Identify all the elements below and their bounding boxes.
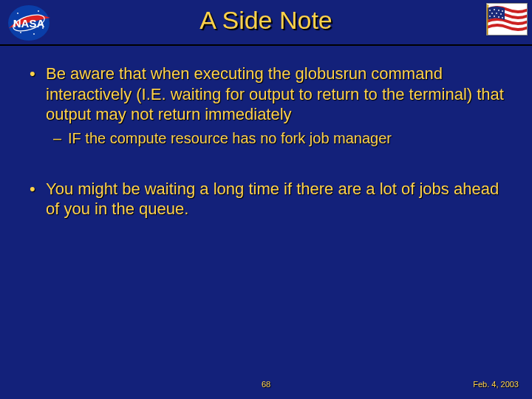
- sub-bullet-text: IF the compute resource has no fork job …: [68, 130, 392, 146]
- svg-point-4: [38, 10, 39, 12]
- slide: NASA A Side Note: [0, 0, 532, 399]
- slide-title: A Side Note: [0, 0, 532, 35]
- page-number: 68: [0, 380, 532, 389]
- svg-point-17: [498, 16, 499, 18]
- sub-bullet-list: IF the compute resource has no fork job …: [52, 129, 505, 148]
- svg-rect-19: [487, 7, 488, 35]
- svg-point-15: [489, 16, 491, 17]
- bullet-list-2: You might be waiting a long time if ther…: [27, 179, 505, 219]
- svg-point-10: [498, 10, 499, 11]
- svg-point-11: [502, 10, 503, 12]
- svg-point-20: [487, 4, 489, 7]
- bullet-text: You might be waiting a long time if ther…: [46, 180, 499, 219]
- bullet-text: Be aware that when executing the globusr…: [46, 64, 504, 123]
- svg-point-16: [494, 16, 495, 17]
- svg-point-8: [489, 10, 491, 11]
- svg-point-9: [494, 9, 495, 10]
- svg-point-7: [33, 33, 35, 35]
- svg-point-12: [491, 13, 493, 14]
- footer-date: Feb. 4, 2003: [473, 380, 519, 389]
- svg-point-5: [42, 27, 44, 29]
- bullet-item-2: You might be waiting a long time if ther…: [27, 179, 505, 219]
- slide-content: Be aware that when executing the globusr…: [0, 46, 532, 219]
- svg-point-6: [20, 32, 21, 33]
- svg-point-13: [496, 13, 497, 14]
- svg-text:NASA: NASA: [13, 17, 45, 30]
- bullet-item-1: Be aware that when executing the globusr…: [27, 64, 505, 148]
- nasa-logo: NASA: [4, 3, 53, 43]
- sub-bullet-item-1: IF the compute resource has no fork job …: [52, 129, 505, 148]
- us-flag-icon: [486, 3, 528, 35]
- slide-header: NASA A Side Note: [0, 0, 532, 46]
- spacer: [27, 151, 505, 179]
- bullet-list: Be aware that when executing the globusr…: [27, 64, 505, 148]
- svg-point-14: [500, 13, 502, 15]
- svg-point-18: [502, 17, 503, 18]
- svg-point-3: [17, 13, 18, 14]
